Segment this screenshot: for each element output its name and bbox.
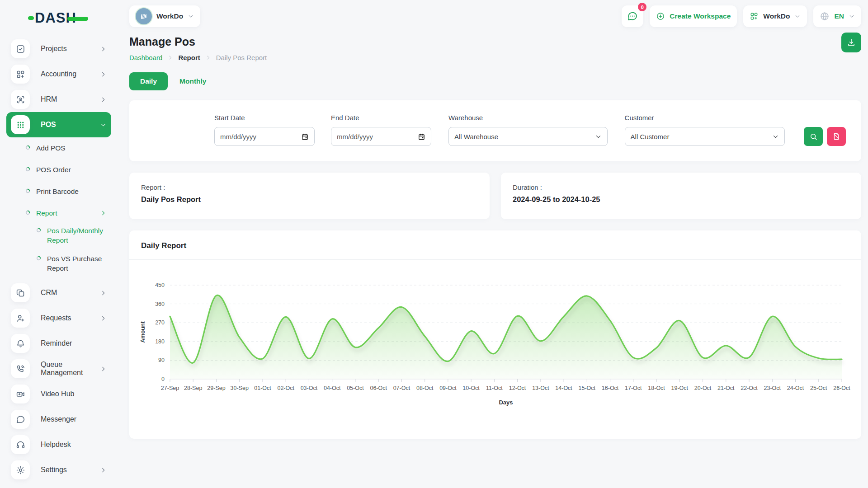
- reset-filter-button[interactable]: [827, 127, 846, 146]
- filter-panel: Start Date mm/dd/yyyy End Date mm/dd/yyy…: [129, 100, 861, 161]
- chevron-down-icon: [794, 13, 801, 19]
- sidebar-item-reminder[interactable]: Reminder: [6, 331, 111, 356]
- chart-ylabel: Amount: [140, 321, 146, 343]
- end-date-input[interactable]: mm/dd/yyyy: [331, 127, 431, 146]
- video-icon: [11, 385, 30, 404]
- warehouse-select[interactable]: All Warehouse: [448, 127, 608, 146]
- customer-value: All Customer: [631, 133, 670, 141]
- warehouse-value: All Warehouse: [454, 133, 498, 141]
- svg-text:18-Oct: 18-Oct: [648, 385, 665, 391]
- sidebar-item-video-hub[interactable]: Video Hub: [6, 381, 111, 407]
- end-date-value: mm/dd/yyyy: [337, 133, 373, 141]
- sidebar-item-label: Accounting: [41, 70, 76, 78]
- sidebar-item-label: Reminder: [41, 339, 72, 347]
- daily-report-card: Daily Report 090180270360450 27-Sep28-Se…: [129, 230, 861, 439]
- svg-text:270: 270: [155, 319, 165, 326]
- sidebar-item-pos[interactable]: POS: [6, 112, 111, 137]
- sidebar-item-hrm[interactable]: HRM: [6, 87, 111, 112]
- chart-svg: 090180270360450 27-Sep28-Sep29-Sep30-Sep…: [137, 272, 854, 432]
- sidebar-subitem-print-barcode[interactable]: Print Barcode: [0, 181, 118, 202]
- sidebar-nav: ProjectsAccountingHRMPOSAdd POSPOS Order…: [0, 36, 118, 483]
- dash-logo[interactable]: DASH: [0, 7, 118, 29]
- donut-icon: [25, 167, 30, 172]
- donut-icon: [25, 210, 30, 215]
- svg-text:10-Oct: 10-Oct: [462, 385, 480, 391]
- svg-text:29-Sep: 29-Sep: [207, 385, 225, 391]
- sidebar-item-label: Helpdesk: [41, 441, 71, 449]
- create-workspace-label: Create Workspace: [670, 12, 731, 20]
- sidebar-item-queue-management[interactable]: Queue Management: [6, 356, 111, 381]
- user-scan-icon: [11, 90, 30, 109]
- plus-circle-icon: [656, 12, 665, 21]
- tab-daily[interactable]: Daily: [129, 72, 168, 90]
- daily-report-chart: 090180270360450 27-Sep28-Sep29-Sep30-Sep…: [129, 260, 861, 439]
- start-date-label: Start Date: [214, 114, 315, 122]
- breadcrumb-report[interactable]: Report: [178, 54, 200, 61]
- svg-text:26-Oct: 26-Oct: [833, 385, 850, 391]
- sidebar-item-crm[interactable]: CRM: [6, 280, 111, 305]
- sidebar-subitem-report[interactable]: Report: [0, 202, 118, 224]
- breadcrumb-dashboard[interactable]: Dashboard: [129, 54, 162, 61]
- bell-icon: [11, 334, 30, 353]
- sidebar-item-requests[interactable]: Requests: [6, 305, 111, 331]
- breadcrumb: Dashboard Report Daily Pos Report: [129, 54, 267, 61]
- start-date-input[interactable]: mm/dd/yyyy: [214, 127, 315, 146]
- download-icon: [847, 38, 856, 47]
- svg-text:02-Oct: 02-Oct: [277, 385, 294, 391]
- sidebar-item-helpdesk[interactable]: Helpdesk: [6, 432, 111, 457]
- customer-select[interactable]: All Customer: [625, 127, 785, 146]
- svg-text:22-Oct: 22-Oct: [741, 385, 758, 391]
- sidebar-item-label: CRM: [41, 289, 57, 297]
- main-content: Manage Pos Dashboard Report Daily Pos Re…: [129, 33, 861, 439]
- report-mode-tabs: Daily Monthly: [129, 72, 861, 90]
- svg-text:30-Sep: 30-Sep: [231, 385, 249, 391]
- sidebar-subitem-add-pos[interactable]: Add POS: [0, 137, 118, 159]
- dots-grid-icon: [11, 115, 30, 134]
- search-button[interactable]: [804, 127, 823, 146]
- svg-text:20-Oct: 20-Oct: [694, 385, 712, 391]
- sidebar-subitem-pos-order[interactable]: POS Order: [0, 159, 118, 181]
- chevron-right-icon: [100, 71, 107, 78]
- messages-button[interactable]: 0: [622, 5, 643, 27]
- chevron-right-icon: [100, 290, 107, 296]
- download-button[interactable]: [841, 33, 861, 52]
- sidebar-item-label: Requests: [41, 314, 71, 322]
- svg-text:21-Oct: 21-Oct: [717, 385, 735, 391]
- tab-monthly[interactable]: Monthly: [179, 77, 206, 85]
- svg-text:23-Oct: 23-Oct: [764, 385, 781, 391]
- donut-icon: [36, 228, 41, 233]
- calendar-icon[interactable]: [418, 133, 425, 141]
- duration-summary-card: Duration : 2024-09-25 to 2024-10-25: [501, 173, 861, 219]
- sidebar: DASH ProjectsAccountingHRMPOSAdd POSPOS …: [0, 0, 118, 488]
- search-icon: [809, 132, 818, 141]
- svg-text:360: 360: [155, 301, 165, 307]
- sidebar-subitem-pos-vs-purchase-report[interactable]: Pos VS Purchase Report: [0, 252, 118, 280]
- language-selector[interactable]: EN: [813, 5, 861, 27]
- workspace-name: WorkDo: [156, 12, 183, 20]
- sidebar-item-settings[interactable]: Settings: [6, 457, 111, 483]
- logo-dot: [28, 16, 34, 20]
- workdo-menu-label: WorkDo: [763, 12, 790, 20]
- calendar-icon[interactable]: [301, 133, 309, 141]
- sidebar-subitem-pos-daily-monthly-report[interactable]: Pos Daily/Monthly Report: [0, 224, 118, 252]
- workspace-switcher[interactable]: WorkDo: [129, 5, 200, 27]
- svg-text:13-Oct: 13-Oct: [532, 385, 549, 391]
- end-date-label: End Date: [331, 114, 431, 122]
- breadcrumb-current: Daily Pos Report: [216, 54, 267, 61]
- sidebar-item-projects[interactable]: Projects: [6, 36, 111, 61]
- chevron-down-icon: [772, 133, 779, 140]
- svg-text:01-Oct: 01-Oct: [254, 385, 271, 391]
- report-value: Daily Pos Report: [141, 195, 478, 204]
- create-workspace-button[interactable]: Create Workspace: [650, 5, 737, 27]
- warehouse-label: Warehouse: [448, 114, 608, 122]
- check-square-icon: [11, 39, 30, 58]
- sidebar-item-messenger[interactable]: Messenger: [6, 407, 111, 432]
- gear-icon: [11, 460, 30, 479]
- svg-text:19-Oct: 19-Oct: [671, 385, 689, 391]
- donut-icon: [25, 188, 30, 193]
- sidebar-item-accounting[interactable]: Accounting: [6, 61, 111, 87]
- chevron-down-icon: [849, 13, 855, 19]
- svg-text:06-Oct: 06-Oct: [370, 385, 387, 391]
- workdo-menu[interactable]: WorkDo: [743, 5, 807, 27]
- chart-x-ticks: [170, 379, 842, 382]
